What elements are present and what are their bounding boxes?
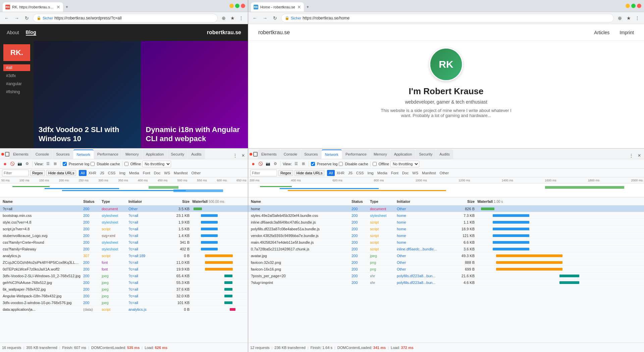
left-filter-fishing[interactable]: #fishing: [3, 89, 30, 95]
left-type-media[interactable]: Media: [127, 170, 141, 176]
left-dt-record-dot[interactable]: ●: [2, 161, 8, 167]
left-reload-btn[interactable]: ↻: [23, 14, 31, 22]
right-table-row[interactable]: polyfills.df223a87c08e4abee51a.bundle.js…: [248, 226, 644, 232]
right-table-row[interactable]: favicon-16x16.png 200 png Other 699 B: [248, 266, 644, 273]
right-th-name[interactable]: Name: [250, 199, 350, 203]
left-dt-tab-elements[interactable]: Elements: [10, 150, 32, 159]
left-filter-all[interactable]: #all: [3, 64, 30, 71]
left-filter-angular[interactable]: #angular: [3, 80, 30, 87]
left-record-btn[interactable]: [1, 153, 4, 156]
right-dt-tab-application[interactable]: Application: [391, 150, 416, 159]
right-dt-table-body[interactable]: home 200 document Other 826 B styles.49e…: [248, 206, 644, 343]
left-post-card-2[interactable]: Dynamic i18n with Angular CLI and webpac…: [141, 41, 248, 148]
right-th-status[interactable]: Status: [350, 199, 369, 203]
left-table-row[interactable]: analytics.js 307 script ?c=all:189 0 B: [0, 252, 248, 259]
right-dt-view-list-btn[interactable]: ☰: [293, 161, 299, 167]
left-new-tab[interactable]: +: [63, 2, 72, 12]
right-table-row[interactable]: home 200 document Other 826 B: [248, 206, 644, 212]
left-table-row[interactable]: 6k_wallpaper-768x432.jpg 200 jpeg ?c=all…: [0, 286, 248, 293]
left-dt-table-body[interactable]: ?c=all 200 document Other 3.5 KB bootstr…: [0, 206, 248, 343]
left-th-name[interactable]: Name: [1, 199, 82, 203]
right-new-tab[interactable]: +: [304, 2, 313, 12]
left-dt-offline-cb[interactable]: [124, 162, 128, 166]
right-dt-tab-network[interactable]: Network: [322, 150, 342, 159]
left-url-box[interactable]: 🔒 Sicher https://robertkrau.se/wordpress…: [33, 14, 218, 22]
right-th-waterfall[interactable]: Waterfall 1.00 s: [476, 199, 640, 203]
left-clear-btn[interactable]: [5, 152, 9, 157]
right-clear-btn[interactable]: [253, 152, 258, 157]
left-dt-overflow-btn[interactable]: ⋮: [232, 152, 238, 159]
right-dt-regex-toggle[interactable]: Regex: [278, 170, 293, 176]
left-dt-tab-memory[interactable]: Memory: [122, 150, 142, 159]
left-tab-close[interactable]: ✕: [56, 4, 60, 10]
right-dt-throttle-select[interactable]: No throttling: [390, 161, 419, 167]
left-dt-view-list-btn[interactable]: ☰: [45, 161, 51, 167]
right-minimize-btn[interactable]: —: [626, 4, 630, 8]
right-type-manifest[interactable]: Manifest: [420, 170, 438, 176]
right-dt-disable-cache-cb[interactable]: [339, 162, 343, 166]
right-type-doc[interactable]: Doc: [400, 170, 411, 176]
right-dt-tab-memory[interactable]: Memory: [370, 150, 390, 159]
left-bookmark-btn[interactable]: ★: [228, 14, 236, 22]
left-table-row[interactable]: geh%C3%A4use-768x512.jpg 200 jpeg ?c=all…: [0, 279, 248, 286]
right-table-row[interactable]: vendor.4382fa9393c9499bba7e.bundle.js 20…: [248, 232, 644, 239]
left-type-js[interactable]: JS: [98, 170, 106, 176]
left-dt-tab-performance[interactable]: Performance: [94, 150, 122, 159]
left-table-row[interactable]: data:application/ja... (data) script ana…: [0, 306, 248, 313]
right-reload-btn[interactable]: ↻: [271, 14, 279, 22]
right-dt-record-dot[interactable]: ●: [250, 161, 256, 167]
left-close-btn[interactable]: ✕: [241, 4, 245, 8]
left-maximize-btn[interactable]: □: [235, 4, 239, 8]
left-th-status[interactable]: Status: [82, 199, 100, 203]
right-dt-tab-console[interactable]: Console: [280, 150, 301, 159]
left-type-manifest[interactable]: Manifest: [172, 170, 190, 176]
right-table-row[interactable]: 0.7a728ba5c2112d428617.chunk.js 200 scri…: [248, 246, 644, 252]
left-th-waterfall[interactable]: Waterfall 500.00 ms: [191, 199, 244, 203]
right-th-type[interactable]: Type: [369, 199, 395, 203]
left-dt-tab-network[interactable]: Network: [73, 150, 94, 159]
right-table-row[interactable]: inline.df6aedc3a8649bc47d6c.bundle.js 20…: [248, 219, 644, 226]
right-translate-btn[interactable]: ⊕: [616, 14, 624, 22]
right-dt-tab-sources[interactable]: Sources: [301, 150, 321, 159]
left-minimize-btn[interactable]: —: [229, 4, 234, 8]
left-post-card-1[interactable]: 3dfx Voodoo 2 SLI with Windows 10: [34, 41, 141, 148]
left-th-type[interactable]: Type: [100, 199, 127, 203]
right-forward-btn[interactable]: →: [261, 14, 269, 22]
right-dt-overflow-btn[interactable]: ⋮: [628, 152, 635, 159]
right-close-btn[interactable]: ✕: [637, 4, 641, 8]
left-dt-tab-audits[interactable]: Audits: [188, 150, 205, 159]
left-th-initiator[interactable]: Initiator: [127, 199, 171, 203]
right-dt-camera-btn[interactable]: 📷: [265, 161, 271, 167]
left-table-row[interactable]: bootstrap.min.css 200 stylesheet ?c=all …: [0, 212, 248, 219]
left-active-tab[interactable]: RK RK. https://robertkrau.se/wo... ✕: [3, 2, 63, 12]
left-th-size[interactable]: Size: [171, 199, 191, 203]
left-dt-tab-application[interactable]: Application: [143, 150, 167, 159]
right-type-all[interactable]: All: [327, 170, 334, 176]
left-nav-about[interactable]: About: [7, 30, 19, 35]
right-th-initiator[interactable]: Initiator: [395, 199, 452, 203]
right-dt-clear-btn[interactable]: 🚫: [258, 161, 264, 167]
right-table-row[interactable]: styles.49e2af3afeb45b320ef4.bundle.css 2…: [248, 212, 644, 219]
right-type-media[interactable]: Media: [376, 170, 389, 176]
left-table-row[interactable]: css?family=Crete+Round 200 stylesheet ?c…: [0, 239, 248, 246]
right-nav-articles[interactable]: Articles: [594, 30, 609, 35]
left-dt-undock-btn[interactable]: ✕: [240, 152, 247, 159]
left-type-xhr[interactable]: XHR: [87, 170, 98, 176]
left-table-row[interactable]: 0dTEPzkLWceF7z0koJaX1A.woff2 200 font ?c…: [0, 266, 248, 273]
left-table-row[interactable]: ?c=all 200 document Other 3.5 KB: [0, 206, 248, 212]
left-dt-camera-btn[interactable]: 📷: [17, 161, 23, 167]
left-nav-blog[interactable]: Blog: [26, 30, 36, 36]
left-table-row[interactable]: style.css?ver=4.8 200 stylesheet ?c=all …: [0, 219, 248, 226]
right-type-img[interactable]: Img: [366, 170, 375, 176]
left-table-row[interactable]: stubenvollkrause_Logo.svg 200 svg+xml ?c…: [0, 232, 248, 239]
left-dt-hide-data-toggle[interactable]: Hide data URLs: [46, 170, 76, 176]
right-type-other[interactable]: Other: [438, 170, 451, 176]
left-dt-throttle-select[interactable]: No throttling: [142, 161, 171, 167]
left-table-row[interactable]: Angular-Webpack-i18n-768x432.jpg 200 jpe…: [0, 293, 248, 299]
left-type-css[interactable]: CSS: [106, 170, 117, 176]
right-type-js[interactable]: JS: [346, 170, 354, 176]
right-type-css[interactable]: CSS: [355, 170, 366, 176]
right-type-xhr[interactable]: XHR: [335, 170, 346, 176]
left-table-row[interactable]: 3dfx-voodoo-2-window-10-pc-768x576.jpg 2…: [0, 299, 248, 306]
right-dt-preserve-log-cb[interactable]: [311, 162, 315, 166]
